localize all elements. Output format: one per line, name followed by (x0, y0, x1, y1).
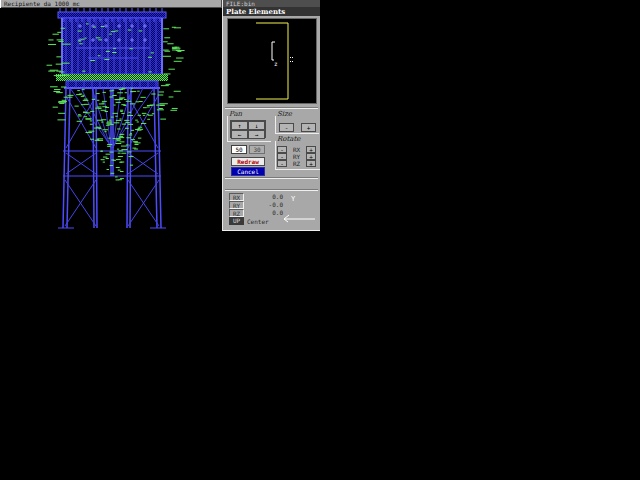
model-title-bar: Recipiente da 1000 mc (0, 0, 222, 8)
pan-right-button[interactable]: → (248, 130, 265, 139)
tank-skirt (64, 81, 160, 88)
coord-rx-label: RX (229, 193, 244, 201)
file-bar: FILE:bin (223, 0, 320, 7)
coord-ry-label: RY (229, 201, 244, 209)
cancel-button[interactable]: Cancel (231, 167, 265, 176)
support-frame (58, 88, 166, 228)
panel-title: Plate Elements (223, 7, 320, 16)
rotate-ry-plus-button[interactable]: + (306, 153, 316, 160)
cursor-axis-label: z (274, 60, 278, 67)
water-tower-model (0, 0, 222, 232)
plan-outline (256, 23, 288, 99)
model-viewport[interactable]: Recipiente da 1000 mc (0, 0, 222, 232)
rotate-rz-row: - RZ + (277, 160, 316, 167)
center-button[interactable]: Center (247, 218, 269, 225)
mini-view-drawing: z (228, 19, 316, 103)
rotate-rz-label: RZ (287, 160, 306, 167)
rotate-rx-label: RX (287, 146, 306, 153)
axis-arrow (284, 215, 315, 222)
green-load-band (56, 74, 168, 81)
rotate-ry-label: RY (287, 153, 306, 160)
control-panel: FILE:bin Plate Elements z Pan ↑ ↓ ← → (222, 0, 320, 231)
pan-controls: ↑ ↓ ← → (230, 120, 266, 138)
size-plus-button[interactable]: + (301, 123, 316, 132)
pan-down-button[interactable]: ↓ (248, 121, 265, 130)
coord-ry-value: -0.0 (249, 201, 283, 209)
rotate-rx-minus-button[interactable]: - (277, 146, 287, 153)
mini-viewport[interactable]: z (227, 18, 317, 104)
file-name: FILE:bin (226, 0, 255, 7)
rotate-ry-minus-button[interactable]: - (277, 153, 287, 160)
rotate-rx-row: - RX + (277, 146, 316, 153)
model-title: Recipiente da 1000 mc (4, 0, 80, 7)
up-toggle[interactable]: UP (229, 217, 244, 225)
divider (225, 177, 318, 179)
rotate-ry-row: - RY + (277, 153, 316, 160)
pan-left-button[interactable]: ← (231, 130, 248, 139)
rotate-rz-plus-button[interactable]: + (306, 160, 316, 167)
pan-step-field[interactable]: 50 (231, 145, 247, 154)
coord-rx-value: 0.0 (249, 193, 283, 201)
pan-group-label: Pan (229, 111, 242, 118)
redraw-button[interactable]: Redraw (231, 157, 265, 166)
screen: Recipiente da 1000 mc (0, 0, 640, 480)
coord-rz-value: 0.0 (249, 209, 283, 217)
rotate-rx-plus-button[interactable]: + (306, 146, 316, 153)
axis-y-label: Y (291, 195, 296, 203)
divider (225, 107, 318, 109)
size-step-field[interactable]: 30 (249, 145, 265, 154)
coord-rz-label: RZ (229, 209, 244, 217)
axis-indicator: Y (281, 191, 319, 227)
pan-up-button[interactable]: ↑ (231, 121, 248, 130)
rotate-group-label: Rotate (277, 136, 300, 143)
view-cursor (272, 42, 275, 60)
rotate-rz-minus-button[interactable]: - (277, 160, 287, 167)
panel-title-text: Plate Elements (226, 7, 285, 16)
size-minus-button[interactable]: - (279, 123, 294, 132)
size-group-label: Size (277, 111, 292, 118)
reference-dots (290, 57, 293, 62)
